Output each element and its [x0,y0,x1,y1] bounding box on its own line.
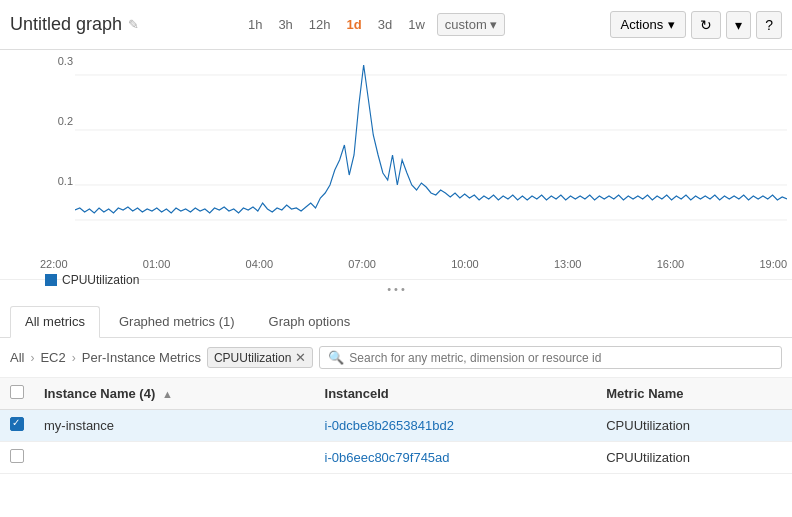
breadcrumb-sep-1: › [30,351,34,365]
row-2-check-cell [0,442,34,474]
row-2-instance-name [34,442,315,474]
breadcrumb-sep-2: › [72,351,76,365]
x-label-10: 10:00 [451,258,479,270]
graph-title-container: Untitled graph ✎ [10,14,139,35]
actions-chevron-icon: ▾ [668,17,675,32]
x-label-13: 13:00 [554,258,582,270]
y-label-0.2: 0.2 [58,115,73,127]
refresh-icon: ↻ [700,17,712,33]
actions-label: Actions [621,17,664,32]
legend-label: CPUUtilization [62,273,139,287]
x-label-04: 04:00 [246,258,274,270]
metrics-table: Instance Name (4) ▲ InstanceId Metric Na… [0,378,792,474]
chart-legend: CPUUtilization [0,270,792,287]
custom-chevron-icon: ▾ [490,17,497,32]
breadcrumb-per-instance[interactable]: Per-Instance Metrics [82,350,201,365]
table-row: i-0b6eec80c79f745ad CPUUtilization [0,442,792,474]
tab-graphed-metrics[interactable]: Graphed metrics (1) [104,306,250,337]
row-2-checkbox[interactable] [10,449,24,463]
legend-color-box [45,274,57,286]
row-2-instance-id-link[interactable]: i-0b6eec80c79f745ad [325,450,450,465]
x-label-16: 16:00 [657,258,685,270]
tab-all-metrics-label: All metrics [25,314,85,329]
header: Untitled graph ✎ 1h 3h 12h 1d 3d 1w cust… [0,0,792,50]
x-axis: 22:00 01:00 04:00 07:00 10:00 13:00 16:0… [0,255,792,270]
tab-all-metrics[interactable]: All metrics [10,306,100,338]
y-label-0.3: 0.3 [58,55,73,67]
time-12h[interactable]: 12h [305,15,335,34]
chart-area: 0.3 0.2 0.1 22:00 01:00 04:00 07:00 10:0… [0,50,792,280]
row-2-instance-id: i-0b6eec80c79f745ad [315,442,597,474]
x-label-07: 07:00 [348,258,376,270]
filter-tag-remove-icon[interactable]: ✕ [295,350,306,365]
time-1d[interactable]: 1d [343,15,366,34]
tab-graphed-metrics-label: Graphed metrics (1) [119,314,235,329]
tab-graph-options[interactable]: Graph options [254,306,366,337]
filter-tag-label: CPUUtilization [214,351,291,365]
row-2-metric-name: CPUUtilization [596,442,792,474]
breadcrumb-all[interactable]: All [10,350,24,365]
col-header-check [0,378,34,410]
x-label-19: 19:00 [759,258,787,270]
search-icon: 🔍 [328,350,344,365]
row-1-instance-id-link[interactable]: i-0dcbe8b2653841bd2 [325,418,454,433]
breadcrumb-ec2[interactable]: EC2 [40,350,65,365]
time-1h[interactable]: 1h [244,15,266,34]
time-1w[interactable]: 1w [404,15,429,34]
row-1-check-cell [0,410,34,442]
row-1-instance-id: i-0dcbe8b2653841bd2 [315,410,597,442]
table-header-row: Instance Name (4) ▲ InstanceId Metric Na… [0,378,792,410]
search-box[interactable]: 🔍 [319,346,782,369]
dropdown-icon: ▾ [735,17,742,33]
time-nav: 1h 3h 12h 1d 3d 1w custom ▾ [139,13,609,36]
refresh-button[interactable]: ↻ [691,11,721,39]
custom-label: custom [445,17,487,32]
time-3d[interactable]: 3d [374,15,396,34]
actions-button[interactable]: Actions ▾ [610,11,687,38]
help-button[interactable]: ? [756,11,782,39]
tabs-bar: All metrics Graphed metrics (1) Graph op… [0,298,792,338]
select-all-checkbox[interactable] [10,385,24,399]
y-label-0.1: 0.1 [58,175,73,187]
header-actions: Actions ▾ ↻ ▾ ? [610,11,782,39]
col-header-metric-name: Metric Name [596,378,792,410]
chart-svg [75,55,787,230]
row-1-instance-name: my-instance [34,410,315,442]
row-1-checkbox[interactable] [10,417,24,431]
graph-title: Untitled graph [10,14,122,35]
tab-graph-options-label: Graph options [269,314,351,329]
dropdown-button[interactable]: ▾ [726,11,751,39]
col-header-instance-id: InstanceId [315,378,597,410]
sort-icon: ▲ [162,388,173,400]
filter-bar: All › EC2 › Per-Instance Metrics CPUUtil… [0,338,792,378]
metrics-table-container: Instance Name (4) ▲ InstanceId Metric Na… [0,378,792,474]
table-row: my-instance i-0dcbe8b2653841bd2 CPUUtili… [0,410,792,442]
row-1-metric-name: CPUUtilization [596,410,792,442]
filter-tag-cpu: CPUUtilization ✕ [207,347,313,368]
time-3h[interactable]: 3h [274,15,296,34]
edit-icon[interactable]: ✎ [128,17,139,32]
custom-time-button[interactable]: custom ▾ [437,13,505,36]
search-input[interactable] [349,351,773,365]
x-label-22: 22:00 [40,258,68,270]
col-header-instance-name[interactable]: Instance Name (4) ▲ [34,378,315,410]
x-label-01: 01:00 [143,258,171,270]
help-icon: ? [765,17,773,33]
y-axis: 0.3 0.2 0.1 [40,55,78,255]
